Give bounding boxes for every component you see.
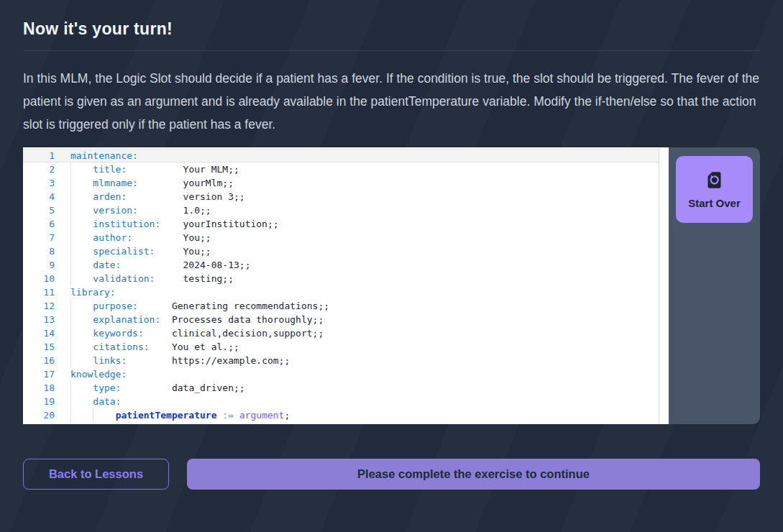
code-line[interactable]: 20 patientTemperature := argument; xyxy=(23,408,669,422)
exercise-area: 1maintenance:2 title: Your MLM;;3 mlmnam… xyxy=(23,147,760,424)
line-number: 6 xyxy=(23,217,55,231)
instructions-text: In this MLM, the Logic Slot should decid… xyxy=(23,67,760,136)
indent-guide xyxy=(70,313,71,326)
indent-guide xyxy=(70,395,71,408)
indent-guide xyxy=(70,162,71,176)
line-number: 8 xyxy=(23,244,55,258)
line-number: 7 xyxy=(23,231,55,244)
indent-guide xyxy=(70,231,71,244)
code-line[interactable]: 15 citations: You et al.;; xyxy=(23,340,669,354)
line-number: 1 xyxy=(23,149,55,162)
page-title: Now it's your turn! xyxy=(23,19,760,39)
editor-scrollbar[interactable] xyxy=(659,147,669,424)
code-line[interactable]: 9 date: 2024-08-13;; xyxy=(23,258,669,272)
footer-actions: Back to Lessons Please complete the exer… xyxy=(23,459,760,490)
indent-guide xyxy=(70,326,71,340)
code-line[interactable]: 6 institution: yourInstitution;; xyxy=(23,217,669,231)
indent-guide xyxy=(70,299,71,313)
code-line[interactable]: 8 specialist: You;; xyxy=(23,244,669,258)
editor-side-panel: Start Over xyxy=(669,147,760,424)
line-number: 5 xyxy=(23,203,55,217)
indent-guide xyxy=(70,381,71,395)
indent-guide xyxy=(70,203,71,217)
indent-guide xyxy=(70,258,71,272)
start-over-label: Start Over xyxy=(688,197,741,209)
code-line[interactable]: 19 data: xyxy=(23,395,669,408)
line-number: 14 xyxy=(23,326,55,340)
line-number: 16 xyxy=(23,354,55,367)
code-line[interactable]: 2 title: Your MLM;; xyxy=(23,162,669,176)
code-line[interactable]: 1maintenance: xyxy=(23,149,669,162)
indent-guide xyxy=(70,190,71,203)
line-number: 4 xyxy=(23,190,55,203)
code-line[interactable]: 17knowledge: xyxy=(23,367,669,381)
code-line[interactable]: 4 arden: version 3;; xyxy=(23,190,669,203)
line-number: 20 xyxy=(23,408,55,422)
line-number: 15 xyxy=(23,340,55,354)
code-editor[interactable]: 1maintenance:2 title: Your MLM;;3 mlmnam… xyxy=(23,147,669,424)
indent-guide xyxy=(70,176,71,190)
indent-guide xyxy=(70,354,71,367)
code-line[interactable]: 3 mlmname: yourMlm;; xyxy=(23,176,669,190)
code-line[interactable]: 13 explanation: Processes data thoroughl… xyxy=(23,313,669,326)
line-number: 9 xyxy=(23,258,55,272)
continue-button[interactable]: Please complete the exercise to continue xyxy=(187,459,760,490)
code-line[interactable]: 16 links: https://example.com;; xyxy=(23,354,669,367)
indent-guide xyxy=(70,272,71,285)
line-number: 11 xyxy=(23,285,55,299)
restore-page-icon xyxy=(705,170,724,192)
code-line[interactable]: 12 purpose: Generating recommendations;; xyxy=(23,299,669,313)
line-number: 3 xyxy=(23,176,55,190)
indent-guide xyxy=(70,217,71,231)
indent-guide xyxy=(70,340,71,354)
code-line[interactable]: 5 version: 1.0;; xyxy=(23,203,669,217)
line-number: 19 xyxy=(23,395,55,408)
exercise-page: Now it's your turn! In this MLM, the Log… xyxy=(0,0,783,490)
back-to-lessons-button[interactable]: Back to Lessons xyxy=(23,459,169,490)
line-number: 2 xyxy=(23,162,55,176)
indent-guide xyxy=(93,408,93,422)
line-number: 13 xyxy=(23,313,55,326)
start-over-button[interactable]: Start Over xyxy=(676,156,753,223)
code-line[interactable]: 18 type: data_driven;; xyxy=(23,381,669,395)
indent-guide xyxy=(70,244,71,258)
line-number: 12 xyxy=(23,299,55,313)
indent-guide xyxy=(70,408,71,422)
code-line[interactable]: 7 author: You;; xyxy=(23,231,669,244)
line-number: 17 xyxy=(23,367,55,381)
header-divider xyxy=(23,50,760,51)
line-number: 18 xyxy=(23,381,55,395)
code-line[interactable]: 14 keywords: clinical,decision,support;; xyxy=(23,326,669,340)
code-line[interactable]: 10 validation: testing;; xyxy=(23,272,669,285)
code-lines: 1maintenance:2 title: Your MLM;;3 mlmnam… xyxy=(23,149,669,422)
code-line[interactable]: 11library: xyxy=(23,285,669,299)
line-number: 10 xyxy=(23,272,55,285)
